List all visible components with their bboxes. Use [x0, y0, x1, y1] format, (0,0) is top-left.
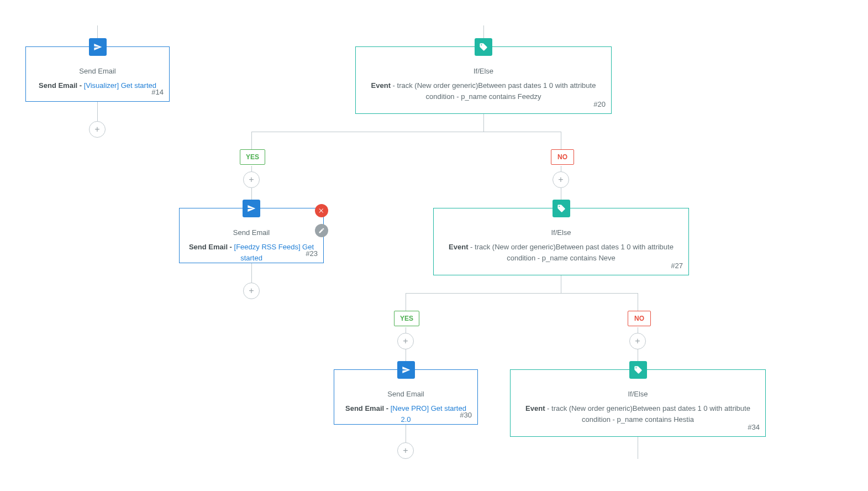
node-id: #27	[671, 260, 683, 271]
tag-icon	[629, 361, 647, 379]
node-body-prefix: Event	[525, 404, 545, 412]
node-body-rest: - track (New order generic)Between past …	[545, 404, 750, 424]
node-id: #34	[748, 422, 760, 433]
connector	[406, 327, 406, 333]
workflow-node-condition-34[interactable]: If/Else Event - track (New order generic…	[510, 369, 766, 437]
connector	[97, 102, 98, 121]
connector	[406, 425, 406, 442]
connector	[561, 166, 561, 171]
node-body-prefix: Event	[449, 243, 468, 251]
close-icon	[318, 207, 325, 214]
connector	[251, 132, 252, 149]
plus-icon: +	[249, 286, 254, 295]
add-step-button[interactable]: +	[397, 333, 414, 349]
send-icon	[89, 38, 107, 56]
add-step-button[interactable]: +	[243, 283, 260, 299]
branch-yes-label: YES	[394, 311, 419, 326]
connector	[561, 275, 561, 293]
add-step-button[interactable]: +	[553, 171, 569, 188]
connector	[406, 293, 638, 294]
add-step-button[interactable]: +	[243, 171, 260, 188]
connector	[561, 132, 561, 149]
connector	[483, 114, 484, 132]
edit-node-button[interactable]	[315, 224, 328, 237]
workflow-node-send-email-14[interactable]: Send Email Send Email - [Visualizer] Get…	[25, 46, 170, 102]
node-body: Send Email - [Visualizer] Get started	[34, 80, 161, 91]
node-body-link[interactable]: [Visualizer] Get started	[84, 81, 156, 90]
tag-icon	[475, 38, 492, 56]
node-body-prefix: Send Email -	[189, 243, 234, 251]
add-step-button[interactable]: +	[89, 121, 106, 138]
delete-node-button[interactable]	[315, 204, 328, 217]
connector	[251, 263, 252, 283]
node-title: If/Else	[518, 389, 757, 400]
node-id: #20	[593, 99, 606, 110]
branch-no-text: NO	[557, 153, 567, 161]
node-body-prefix: Send Email -	[345, 404, 391, 412]
branch-no-label: NO	[551, 149, 574, 165]
node-body-link[interactable]: [Neve PRO] Get started 2.0	[391, 404, 466, 424]
node-title: Send Email	[34, 66, 161, 77]
workflow-node-condition-27[interactable]: If/Else Event - track (New order generic…	[433, 208, 689, 275]
branch-yes-label: YES	[240, 149, 265, 165]
node-id: #14	[151, 87, 164, 98]
branch-yes-text: YES	[400, 315, 413, 322]
node-body-rest: - track (New order generic)Between past …	[469, 243, 674, 262]
connector	[251, 132, 561, 132]
plus-icon: +	[635, 337, 640, 346]
branch-no-label: NO	[628, 311, 651, 326]
plus-icon: +	[403, 446, 408, 455]
workflow-canvas: Send Email Send Email - [Visualizer] Get…	[0, 0, 868, 491]
send-icon	[397, 361, 415, 379]
branch-no-text: NO	[634, 315, 644, 322]
workflow-node-send-email-23[interactable]: Send Email Send Email - [Feedzy RSS Feed…	[179, 208, 324, 263]
plus-icon: +	[558, 175, 563, 184]
node-body-prefix: Event	[371, 81, 391, 90]
add-step-button[interactable]: +	[629, 333, 646, 349]
node-body: Event - track (New order generic)Between…	[364, 80, 603, 102]
workflow-node-condition-20[interactable]: If/Else Event - track (New order generic…	[355, 46, 612, 114]
connector	[638, 437, 638, 459]
node-body-prefix: Send Email -	[39, 81, 84, 90]
tag-icon	[553, 200, 570, 217]
send-icon	[243, 200, 260, 217]
plus-icon: +	[94, 125, 99, 134]
node-id: #23	[306, 248, 318, 259]
node-body: Send Email - [Neve PRO] Get started 2.0	[342, 403, 470, 425]
node-body-link[interactable]: [Feedzy RSS Feeds] Get started	[234, 243, 314, 262]
plus-icon: +	[403, 337, 408, 346]
workflow-node-send-email-30[interactable]: Send Email Send Email - [Neve PRO] Get s…	[334, 369, 478, 425]
connector	[638, 293, 638, 311]
node-body-rest: - track (New order generic)Between past …	[391, 81, 596, 101]
branch-yes-text: YES	[246, 153, 259, 161]
connector	[251, 166, 252, 171]
connector	[406, 293, 406, 311]
node-body: Event - track (New order generic)Between…	[518, 403, 757, 425]
connector	[638, 327, 638, 333]
node-body: Event - track (New order generic)Between…	[441, 242, 681, 264]
node-title: If/Else	[364, 66, 603, 77]
pencil-icon	[318, 227, 325, 234]
node-body: Send Email - [Feedzy RSS Feeds] Get star…	[187, 242, 315, 264]
node-id: #30	[460, 410, 472, 421]
plus-icon: +	[249, 175, 254, 184]
node-title: Send Email	[187, 227, 315, 238]
node-title: If/Else	[441, 227, 681, 238]
add-step-button[interactable]: +	[397, 442, 414, 459]
node-title: Send Email	[342, 389, 470, 400]
